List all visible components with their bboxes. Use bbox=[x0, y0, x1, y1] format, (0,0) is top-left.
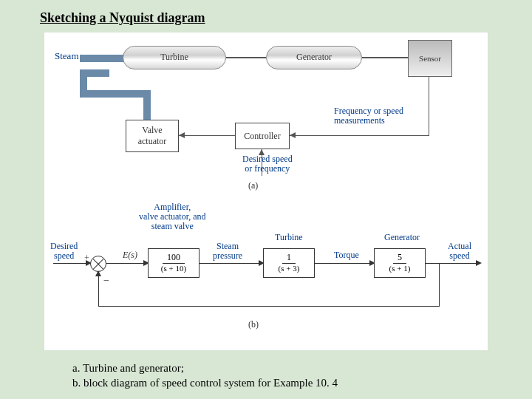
sublabel-a: (a) bbox=[248, 180, 258, 191]
wire-fb-down bbox=[439, 263, 440, 306]
error-signal-label: E(s) bbox=[123, 250, 137, 261]
arrow-fb-sum bbox=[95, 270, 101, 276]
wire-tf1-tf2 bbox=[200, 263, 263, 264]
tf1-box: 100 (s + 10) bbox=[148, 248, 200, 278]
steam-label: Steam bbox=[55, 50, 79, 62]
desired-speed-label: Desired speed bbox=[50, 242, 78, 261]
wire-tf2-tf3 bbox=[315, 263, 374, 264]
caption-a: a. Turbine and generator; bbox=[72, 362, 184, 375]
turbine-cylinder: Turbine bbox=[123, 46, 226, 69]
arrow-out bbox=[476, 260, 482, 266]
pipe-steam-v1 bbox=[80, 69, 87, 92]
desired-speed-freq-label: Desired speed or frequency bbox=[242, 154, 293, 174]
shaft-turbine-generator bbox=[226, 57, 266, 58]
actual-speed-label: Actual speed bbox=[448, 242, 471, 261]
tf1-den: (s + 10) bbox=[157, 264, 191, 273]
pipe-steam-h2 bbox=[80, 90, 151, 98]
generator-cylinder: Generator bbox=[266, 46, 362, 69]
valve-actuator-box: Valve actuator bbox=[126, 120, 179, 152]
steam-pressure-label: Steam pressure bbox=[213, 242, 242, 261]
wire-sensor-ctrl bbox=[290, 135, 429, 136]
torque-label: Torque bbox=[334, 250, 359, 261]
sensor-box: Sensor bbox=[408, 40, 452, 77]
turbine-label: Turbine bbox=[123, 52, 225, 63]
wire-fb-h bbox=[98, 306, 440, 307]
tf2-den: (s + 3) bbox=[274, 264, 304, 273]
diagram-canvas: Steam Turbine Generator Sensor Valve act… bbox=[44, 33, 488, 350]
arrow-sensor-ctrl bbox=[290, 132, 296, 138]
wire-sensor-down bbox=[429, 77, 429, 136]
tf3-den: (s + 1) bbox=[385, 264, 415, 273]
pipe-steam-v2 bbox=[143, 90, 151, 121]
summing-junction bbox=[90, 256, 106, 272]
arrow-ctrl-valve bbox=[179, 132, 185, 138]
tf2-num: 1 bbox=[282, 253, 296, 263]
generator-label: Generator bbox=[267, 52, 361, 63]
turbine-b-label: Turbine bbox=[275, 232, 303, 243]
page-title: Sketching a Nyquist diagram bbox=[40, 10, 205, 26]
wire-tf3-out bbox=[426, 263, 480, 264]
generator-b-label: Generator bbox=[384, 232, 420, 243]
tf3-num: 5 bbox=[393, 253, 406, 263]
amplifier-label: Amplifier, valve actuator, and steam val… bbox=[139, 202, 205, 232]
controller-box: Controller bbox=[235, 123, 290, 149]
tf3-box: 5 (s + 1) bbox=[374, 248, 426, 278]
tf1-num: 100 bbox=[163, 253, 185, 263]
wire-sum-tf1 bbox=[106, 263, 148, 264]
freq-measurements-label: Frequency or speed measurements bbox=[334, 106, 403, 126]
sublabel-b: (b) bbox=[248, 319, 259, 330]
pipe-steam-in bbox=[80, 55, 124, 62]
wire-ctrl-valve bbox=[179, 135, 235, 136]
valve-actuator-label: Valve actuator bbox=[138, 125, 167, 147]
caption-b: b. block diagram of speed control system… bbox=[72, 377, 338, 389]
sum-minus: − bbox=[103, 275, 109, 287]
shaft-generator-sensor bbox=[362, 57, 408, 58]
wire-fb-up bbox=[98, 272, 99, 307]
wire-in-sum bbox=[53, 263, 90, 264]
tf2-box: 1 (s + 3) bbox=[263, 248, 315, 278]
